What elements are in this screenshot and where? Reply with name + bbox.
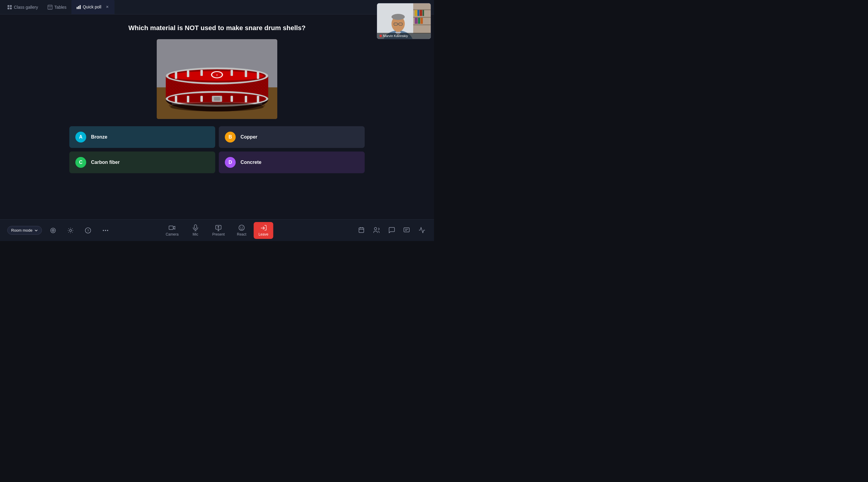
answer-letter-d: D (225, 157, 236, 168)
more-button[interactable] (99, 225, 112, 235)
svg-rect-65 (257, 96, 259, 103)
answer-text-d: Concrete (241, 160, 261, 165)
svg-rect-22 (10, 5, 12, 7)
svg-rect-29 (78, 6, 79, 9)
people-icon (373, 227, 380, 233)
toolbar-left: Room mode (7, 225, 112, 235)
poll-icon (76, 4, 81, 9)
present-icon (215, 224, 222, 231)
svg-rect-76 (169, 226, 173, 230)
room-mode-label: Room mode (11, 228, 33, 232)
mic-button[interactable]: Mic (186, 222, 205, 239)
answers-grid: A Bronze B Copper C Carbon fiber (69, 126, 365, 173)
svg-rect-47 (187, 70, 189, 77)
svg-rect-50 (245, 70, 247, 77)
svg-point-66 (170, 102, 264, 111)
toolbar-right (356, 225, 427, 236)
svg-rect-30 (80, 5, 81, 9)
svg-rect-6 (417, 10, 419, 16)
tab-quick-poll[interactable]: Quick poll ✕ (71, 0, 115, 14)
camera-label: Camera (166, 232, 179, 236)
svg-rect-46 (175, 72, 177, 79)
mic-label: Mic (193, 232, 198, 236)
react-icon (239, 224, 245, 231)
svg-rect-28 (76, 7, 78, 9)
settings-button[interactable] (64, 225, 77, 235)
answer-letter-c: C (75, 157, 86, 168)
answer-text-c: Carbon fiber (91, 160, 120, 165)
answer-letter-a: A (75, 132, 86, 142)
answer-text-b: Copper (241, 134, 257, 140)
svg-rect-9 (415, 18, 418, 24)
chat-bubble-button[interactable] (386, 225, 397, 236)
room-mode-button[interactable]: Room mode (7, 226, 42, 235)
tab-bar: Class gallery Tables Quick poll ✕ (0, 0, 434, 14)
svg-rect-56 (214, 97, 220, 101)
chat-bubble-icon (388, 227, 395, 233)
table-icon (48, 5, 53, 10)
answer-option-d[interactable]: D Concrete (219, 152, 365, 173)
svg-point-16 (392, 14, 405, 20)
chevron-down-icon (34, 229, 38, 232)
svg-rect-21 (7, 5, 9, 7)
present-label: Present (212, 232, 224, 236)
tab-close-btn[interactable]: ✕ (105, 4, 110, 9)
answer-option-c[interactable]: C Carbon fiber (69, 152, 215, 173)
calendar-button[interactable] (356, 225, 367, 236)
participant-video: Marvin Kavinskiy (377, 3, 431, 39)
main-content: Which material is NOT used to make snare… (0, 14, 434, 219)
svg-rect-94 (404, 228, 409, 232)
target-button[interactable] (47, 225, 59, 235)
svg-rect-89 (359, 228, 364, 232)
people-button[interactable] (371, 225, 381, 236)
camera-icon (169, 224, 176, 231)
more-icon (102, 227, 109, 234)
svg-rect-49 (230, 70, 233, 76)
svg-text:?: ? (87, 229, 89, 232)
svg-point-70 (69, 229, 71, 231)
svg-rect-78 (194, 225, 196, 229)
help-button[interactable]: ? (82, 225, 94, 235)
mic-icon (192, 224, 198, 231)
answer-option-a[interactable]: A Bronze (69, 126, 215, 148)
react-button[interactable]: React (232, 222, 251, 239)
tab-tables[interactable]: Tables (43, 0, 71, 14)
toolbar-center: Camera Mic Present (161, 222, 273, 239)
participant-name: Marvin Kavinskiy (383, 34, 408, 38)
target-icon (50, 227, 56, 234)
tab-tables-label: Tables (54, 5, 66, 10)
svg-rect-8 (423, 10, 424, 16)
svg-rect-3 (413, 17, 431, 18)
svg-point-93 (374, 227, 377, 230)
grid-icon (7, 5, 12, 10)
svg-rect-64 (245, 96, 247, 102)
answer-letter-b: B (225, 132, 236, 142)
answer-text-a: Bronze (91, 134, 107, 140)
svg-point-75 (107, 230, 108, 231)
svg-rect-4 (413, 24, 431, 25)
present-button[interactable]: Present (207, 222, 229, 239)
gear-icon (67, 227, 74, 234)
svg-rect-61 (187, 96, 189, 102)
svg-point-74 (105, 230, 106, 231)
chat-button[interactable] (401, 225, 412, 236)
participant-label: Marvin Kavinskiy (377, 33, 431, 39)
question-icon: ? (85, 227, 91, 234)
svg-rect-51 (257, 72, 259, 79)
answer-option-b[interactable]: B Copper (219, 126, 365, 148)
leave-button[interactable]: Leave (254, 222, 273, 239)
svg-rect-48 (200, 70, 203, 76)
chat-icon (403, 227, 410, 233)
app-container: Marvin Kavinskiy Class gallery Tables (0, 0, 434, 241)
svg-text:Y: Y (216, 74, 218, 76)
activity-icon (418, 227, 425, 233)
leave-label: Leave (258, 232, 269, 236)
svg-rect-63 (230, 96, 233, 102)
svg-point-85 (239, 225, 244, 230)
activity-button[interactable] (416, 225, 427, 236)
svg-marker-77 (173, 226, 175, 229)
camera-button[interactable]: Camera (161, 222, 184, 239)
tab-class-gallery[interactable]: Class gallery (2, 0, 43, 14)
svg-rect-5 (415, 10, 417, 16)
tab-class-gallery-label: Class gallery (14, 5, 38, 10)
